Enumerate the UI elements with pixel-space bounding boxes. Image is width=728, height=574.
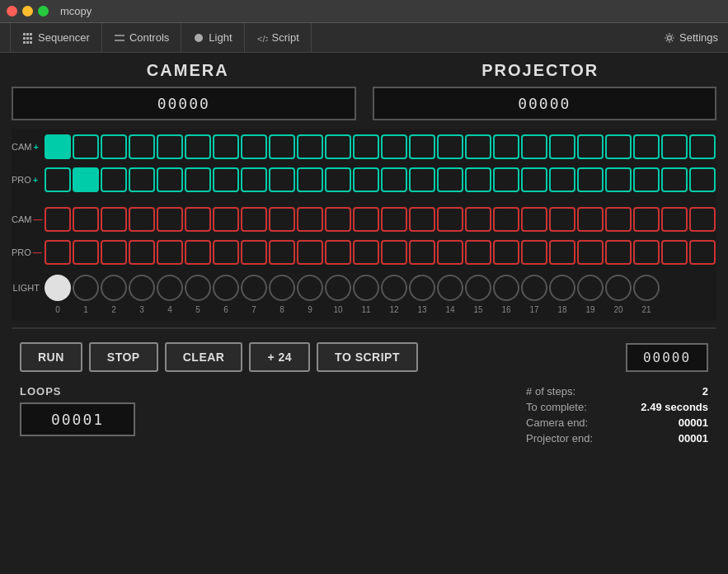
cam-minus-cell[interactable]: [241, 207, 267, 232]
maximize-button[interactable]: [38, 6, 49, 16]
cam-plus-cell[interactable]: [353, 134, 379, 159]
pro-minus-cell[interactable]: [689, 240, 716, 265]
pro-plus-cell[interactable]: [689, 167, 716, 192]
cam-minus-cell[interactable]: [437, 207, 463, 232]
pro-plus-cell[interactable]: [493, 167, 519, 192]
projector-input[interactable]: [373, 87, 717, 120]
clear-button[interactable]: CLEAR: [165, 342, 243, 372]
light-cell[interactable]: [73, 275, 99, 301]
light-cell[interactable]: [45, 275, 71, 301]
pro-plus-cell[interactable]: [157, 167, 183, 192]
cam-minus-cell[interactable]: [661, 207, 688, 232]
cam-minus-cell[interactable]: [409, 207, 435, 232]
minimize-button[interactable]: [22, 6, 33, 16]
pro-plus-cell[interactable]: [437, 167, 463, 192]
pro-minus-cell[interactable]: [549, 240, 575, 265]
cam-plus-cell[interactable]: [325, 134, 351, 159]
light-cell[interactable]: [241, 275, 267, 301]
pro-plus-cell[interactable]: [101, 167, 127, 192]
light-cell[interactable]: [269, 275, 295, 301]
cam-minus-cell[interactable]: [297, 207, 323, 232]
pro-minus-cell[interactable]: [73, 240, 99, 265]
pro-minus-cell[interactable]: [269, 240, 295, 265]
cam-minus-cell[interactable]: [381, 207, 407, 232]
plus24-button[interactable]: + 24: [249, 342, 310, 372]
pro-plus-cell[interactable]: [241, 167, 267, 192]
cam-plus-cell[interactable]: [381, 134, 407, 159]
cam-plus-cell[interactable]: [73, 134, 99, 159]
cam-plus-cell[interactable]: [661, 134, 688, 159]
pro-minus-cell[interactable]: [297, 240, 323, 265]
pro-plus-cell[interactable]: [661, 167, 688, 192]
cam-plus-cell[interactable]: [437, 134, 463, 159]
pro-plus-cell[interactable]: [549, 167, 575, 192]
cam-plus-cell[interactable]: [157, 134, 183, 159]
pro-plus-cell[interactable]: [633, 167, 660, 192]
light-cell[interactable]: [381, 275, 407, 301]
cam-minus-cell[interactable]: [325, 207, 351, 232]
light-cell[interactable]: [353, 275, 379, 301]
nav-sequencer[interactable]: Sequencer: [10, 23, 102, 53]
pro-plus-cell[interactable]: [521, 167, 547, 192]
pro-plus-cell[interactable]: [213, 167, 239, 192]
cam-plus-cell[interactable]: [633, 134, 660, 159]
light-cell[interactable]: [605, 275, 632, 301]
cam-plus-cell[interactable]: [213, 134, 239, 159]
pro-minus-cell[interactable]: [101, 240, 127, 265]
pro-plus-cell[interactable]: [325, 167, 351, 192]
cam-plus-cell[interactable]: [101, 134, 127, 159]
cam-minus-cell[interactable]: [45, 207, 71, 232]
nav-controls[interactable]: Controls: [102, 23, 181, 53]
light-cell[interactable]: [437, 275, 463, 301]
pro-plus-cell[interactable]: [605, 167, 632, 192]
pro-plus-cell[interactable]: [269, 167, 295, 192]
pro-plus-cell[interactable]: [45, 167, 71, 192]
cam-minus-cell[interactable]: [605, 207, 632, 232]
pro-minus-cell[interactable]: [129, 240, 155, 265]
pro-plus-cell[interactable]: [465, 167, 491, 192]
light-cell[interactable]: [129, 275, 155, 301]
light-cell[interactable]: [297, 275, 323, 301]
step-input[interactable]: [626, 343, 708, 372]
cam-minus-cell[interactable]: [465, 207, 491, 232]
pro-plus-cell[interactable]: [297, 167, 323, 192]
cam-minus-cell[interactable]: [213, 207, 239, 232]
cam-plus-cell[interactable]: [521, 134, 547, 159]
light-cell[interactable]: [577, 275, 604, 301]
loops-input[interactable]: [20, 402, 135, 436]
cam-minus-cell[interactable]: [353, 207, 379, 232]
cam-minus-cell[interactable]: [185, 207, 211, 232]
cam-minus-cell[interactable]: [521, 207, 547, 232]
pro-minus-cell[interactable]: [465, 240, 491, 265]
pro-minus-cell[interactable]: [493, 240, 519, 265]
cam-plus-cell[interactable]: [577, 134, 604, 159]
pro-plus-cell[interactable]: [577, 167, 604, 192]
camera-input[interactable]: [12, 87, 356, 120]
nav-light[interactable]: Light: [181, 23, 244, 53]
cam-plus-cell[interactable]: [605, 134, 632, 159]
cam-plus-cell[interactable]: [269, 134, 295, 159]
pro-minus-cell[interactable]: [437, 240, 463, 265]
light-cell[interactable]: [493, 275, 519, 301]
pro-plus-cell[interactable]: [185, 167, 211, 192]
light-cell[interactable]: [633, 275, 660, 301]
run-button[interactable]: RUN: [20, 342, 82, 372]
cam-plus-cell[interactable]: [465, 134, 491, 159]
light-cell[interactable]: [185, 275, 211, 301]
cam-minus-cell[interactable]: [633, 207, 660, 232]
cam-minus-cell[interactable]: [549, 207, 575, 232]
pro-minus-cell[interactable]: [381, 240, 407, 265]
pro-minus-cell[interactable]: [45, 240, 71, 265]
cam-minus-cell[interactable]: [493, 207, 519, 232]
cam-plus-cell[interactable]: [185, 134, 211, 159]
cam-plus-cell[interactable]: [241, 134, 267, 159]
pro-minus-cell[interactable]: [409, 240, 435, 265]
pro-plus-cell[interactable]: [129, 167, 155, 192]
cam-minus-cell[interactable]: [101, 207, 127, 232]
light-cell[interactable]: [465, 275, 491, 301]
cam-minus-cell[interactable]: [129, 207, 155, 232]
light-cell[interactable]: [409, 275, 435, 301]
close-button[interactable]: [7, 6, 17, 16]
cam-minus-cell[interactable]: [689, 207, 716, 232]
to-script-button[interactable]: TO SCRIPT: [317, 342, 418, 372]
